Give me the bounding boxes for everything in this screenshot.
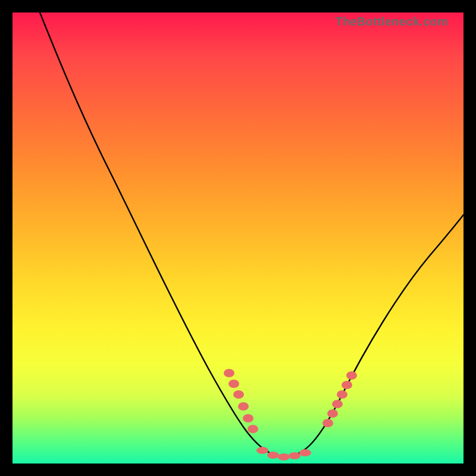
marker-dot <box>256 447 268 454</box>
marker-dot <box>337 390 347 399</box>
marker-dot <box>299 449 311 456</box>
marker-dot <box>243 414 253 422</box>
marker-dot <box>228 380 239 388</box>
marker-dot <box>278 453 290 461</box>
marker-dot <box>332 400 343 408</box>
marker-dot <box>322 419 333 427</box>
marker-dot <box>327 409 338 418</box>
chart-frame: TheBottleneck.com <box>12 12 464 464</box>
marker-dot <box>267 452 279 459</box>
marker-dot <box>238 402 249 411</box>
marker-dot <box>233 390 244 399</box>
marker-dot <box>346 371 357 380</box>
marker-cluster-bottom <box>256 447 311 461</box>
marker-dot <box>224 369 234 377</box>
marker-dot <box>342 381 352 389</box>
marker-dot <box>248 425 258 433</box>
marker-dot <box>289 452 300 459</box>
bottleneck-chart <box>12 12 464 464</box>
bottleneck-curve-path <box>40 12 464 456</box>
